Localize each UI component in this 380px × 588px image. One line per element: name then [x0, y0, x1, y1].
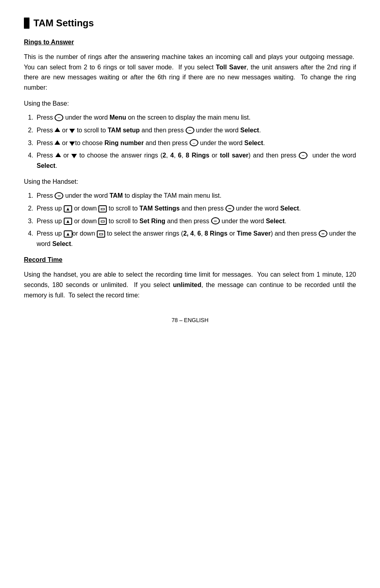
tam-button-icon-4: –: [319, 230, 327, 237]
footer-text: 78 – ENGLISH: [172, 317, 209, 323]
page-footer: 78 – ENGLISH: [24, 316, 356, 324]
up-box-icon-3: ▲: [64, 230, 72, 238]
rings-to-answer-section: Rings to Answer This is the number of ri…: [24, 37, 356, 249]
using-base-steps: Press – under the word Menu on the scree…: [35, 112, 356, 171]
tam-button-icon-2: –: [225, 205, 234, 212]
menu-button-icon-3: –: [190, 139, 198, 146]
using-handset-steps: Press – under the word TAM to display th…: [35, 191, 356, 249]
rings-intro-text: This is the number of rings after the an…: [24, 52, 356, 92]
down-box-icon: ▭: [98, 205, 107, 212]
handset-step-1: Press – under the word TAM to display th…: [35, 191, 356, 201]
record-time-section: Record Time Using the handset, you are a…: [24, 255, 356, 300]
handset-step-4: Press up ▲or down ▭ to select the answer…: [35, 228, 356, 249]
up-arrow-icon-3: [55, 153, 61, 157]
page-title-section: TAM Settings: [24, 16, 356, 30]
up-box-icon: ▲: [64, 205, 72, 212]
down-arrow-icon: [69, 129, 75, 133]
base-step-3: Press or to choose Ring number and then …: [35, 138, 356, 148]
base-step-4: Press or to choose the answer rings (2, …: [35, 150, 356, 171]
using-handset-label: Using the Handset:: [24, 177, 356, 187]
down-box-icon-3: ▭: [97, 230, 105, 238]
menu-button-icon-2: –: [186, 127, 194, 134]
down-arrow-icon-2: [69, 142, 75, 146]
up-arrow-icon: [55, 128, 60, 132]
down-box-icon-2: ▭: [98, 218, 107, 225]
tam-button-icon-3: –: [211, 217, 220, 224]
down-arrow-icon-3: [71, 154, 77, 158]
page-title: TAM Settings: [33, 16, 94, 30]
base-step-2: Press or to scroll to TAM setup and then…: [35, 125, 356, 136]
rings-to-answer-heading: Rings to Answer: [24, 37, 356, 47]
using-base-label: Using the Base:: [24, 99, 356, 108]
tam-button-icon: –: [55, 192, 63, 199]
record-time-heading: Record Time: [24, 255, 356, 265]
handset-step-2: Press up ▲ or down ▭ to scroll to TAM Se…: [35, 203, 356, 214]
record-time-intro: Using the handset, you are able to selec…: [24, 269, 356, 300]
handset-step-3: Press up ▲ or down ▭ to scroll to Set Ri…: [35, 216, 356, 226]
up-arrow-icon-2: [55, 140, 60, 145]
base-step-1: Press – under the word Menu on the scree…: [35, 112, 356, 123]
title-bar-icon: [24, 18, 29, 29]
menu-button-icon: –: [55, 114, 63, 121]
up-box-icon-2: ▲: [64, 218, 72, 225]
menu-button-icon-4: –: [299, 152, 308, 159]
